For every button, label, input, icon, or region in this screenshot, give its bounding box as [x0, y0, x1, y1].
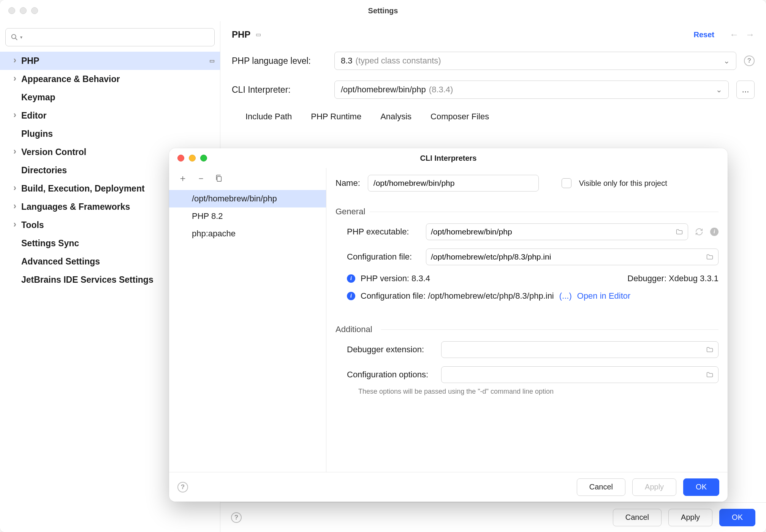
- interpreter-item[interactable]: PHP 8.2: [169, 207, 326, 225]
- exe-label: PHP executable:: [336, 227, 419, 237]
- dialog-title: CLI Interpreters: [169, 154, 728, 163]
- edit-icon[interactable]: [706, 371, 714, 378]
- apply-button[interactable]: Apply: [668, 509, 712, 526]
- sidebar-item-php[interactable]: ›PHP▭: [0, 52, 220, 70]
- cli-interpreters-dialog: CLI Interpreters ＋ － /opt/homebrew/bin/p…: [169, 148, 728, 502]
- tab-analysis[interactable]: Analysis: [380, 112, 411, 122]
- chevron-right-icon: ›: [11, 219, 18, 230]
- sidebar-item-label: Plugins: [21, 129, 220, 139]
- info-icon[interactable]: i: [710, 228, 719, 236]
- titlebar: Settings: [0, 0, 766, 21]
- sidebar-item-keymap[interactable]: ›Keymap: [0, 88, 220, 106]
- separator-icon: ▭: [256, 31, 261, 38]
- info-icon: i: [347, 292, 355, 300]
- name-label: Name:: [336, 178, 360, 188]
- conf-label: Configuration file:: [336, 252, 419, 262]
- interpreter-detail-panel: Name: Visible only for this project Gene…: [326, 168, 728, 472]
- chevron-right-icon: ›: [11, 146, 18, 157]
- search-input[interactable]: ▾: [5, 28, 215, 46]
- search-icon: [10, 33, 19, 41]
- additional-section: Additional: [336, 325, 719, 334]
- chevron-down-icon: ⌄: [716, 85, 722, 94]
- name-input[interactable]: [368, 175, 539, 192]
- dialog-footer: ? Cancel Apply OK: [169, 472, 728, 502]
- folder-icon[interactable]: [676, 228, 683, 236]
- reset-link[interactable]: Reset: [694, 30, 714, 39]
- ok-button[interactable]: OK: [683, 478, 719, 496]
- sidebar-item-plugins[interactable]: ›Plugins: [0, 125, 220, 143]
- lang-level-select[interactable]: 8.3 (typed class constants) ⌄: [334, 52, 736, 70]
- conf-opts-input[interactable]: [441, 366, 719, 383]
- sidebar-item-label: PHP: [21, 56, 206, 66]
- chevron-right-icon: ›: [11, 110, 18, 120]
- help-icon[interactable]: ?: [231, 512, 242, 523]
- open-in-editor-link[interactable]: Open in Editor: [577, 291, 631, 301]
- interpreter-item[interactable]: /opt/homebrew/bin/php: [169, 190, 326, 207]
- lang-level-label: PHP language level:: [232, 56, 327, 66]
- interpreter-list-panel: ＋ － /opt/homebrew/bin/phpPHP 8.2php:apac…: [169, 168, 326, 472]
- dialog-titlebar: CLI Interpreters: [169, 148, 728, 168]
- php-version-text: PHP version: 8.3.4: [361, 274, 430, 283]
- tab-php-runtime[interactable]: PHP Runtime: [311, 112, 361, 122]
- form-area: PHP language level: 8.3 (typed class con…: [220, 48, 766, 122]
- chevron-right-icon: ›: [11, 73, 18, 84]
- sidebar-item-label: Appearance & Behavior: [21, 74, 220, 84]
- nav-arrows: ← →: [730, 29, 755, 40]
- search-caret-icon: ▾: [20, 35, 22, 40]
- svg-rect-2: [217, 176, 221, 181]
- conf-opts-label: Configuration options:: [336, 370, 434, 380]
- chevron-down-icon: ⌄: [723, 56, 730, 65]
- conf-input[interactable]: [426, 249, 719, 265]
- general-section: General: [336, 207, 719, 217]
- remove-icon[interactable]: －: [196, 172, 206, 184]
- interpreter-list: /opt/homebrew/bin/phpPHP 8.2php:apache: [169, 188, 326, 242]
- tab-include-path[interactable]: Include Path: [245, 112, 292, 122]
- debugger-text: Debugger: Xdebug 3.3.1: [627, 274, 719, 283]
- folder-icon[interactable]: [706, 253, 714, 261]
- dbg-ext-label: Debugger extension:: [336, 345, 434, 355]
- copy-icon[interactable]: [215, 174, 223, 182]
- tab-composer-files[interactable]: Composer Files: [430, 112, 489, 122]
- reload-icon[interactable]: [695, 228, 703, 236]
- exe-input[interactable]: [426, 223, 688, 240]
- info-icon: i: [347, 274, 355, 283]
- add-icon[interactable]: ＋: [178, 172, 187, 184]
- ok-button[interactable]: OK: [719, 509, 755, 526]
- conf-opts-hint: These options will be passed using the "…: [336, 388, 719, 396]
- apply-button[interactable]: Apply: [632, 478, 676, 496]
- sidebar-item-appearance-behavior[interactable]: ›Appearance & Behavior: [0, 70, 220, 88]
- conf-file-text: Configuration file: /opt/homebrew/etc/ph…: [361, 291, 554, 301]
- settings-footer: ? Cancel Apply OK: [220, 502, 766, 532]
- cancel-button[interactable]: Cancel: [577, 478, 625, 496]
- dbg-ext-input[interactable]: [441, 341, 719, 358]
- sidebar-item-editor[interactable]: ›Editor: [0, 106, 220, 125]
- collapse-icon: ▭: [209, 57, 215, 64]
- ellipsis-icon: …: [742, 86, 749, 94]
- settings-window: Settings ▾ ›PHP▭›Appearance & Behavior›K…: [0, 0, 766, 532]
- chevron-right-icon: ›: [11, 201, 18, 211]
- cli-label: CLI Interpreter:: [232, 85, 327, 95]
- tabs: Include PathPHP RuntimeAnalysisComposer …: [232, 109, 755, 122]
- help-icon[interactable]: ?: [744, 55, 755, 66]
- svg-point-0: [12, 35, 16, 39]
- visible-project-label: Visible only for this project: [579, 179, 667, 188]
- forward-arrow-icon[interactable]: →: [745, 29, 755, 40]
- page-title: PHP: [232, 29, 250, 40]
- main-header: PHP ▭ Reset ← →: [220, 21, 766, 48]
- sidebar-item-label: Editor: [21, 111, 220, 121]
- folder-icon[interactable]: [706, 346, 714, 353]
- interpreter-item[interactable]: php:apache: [169, 225, 326, 242]
- svg-line-1: [16, 38, 17, 40]
- ellipsis-link[interactable]: (...): [559, 291, 572, 301]
- chevron-right-icon: ›: [11, 55, 18, 65]
- back-arrow-icon[interactable]: ←: [730, 29, 739, 40]
- sidebar-item-label: Keymap: [21, 92, 220, 103]
- cancel-button[interactable]: Cancel: [613, 509, 662, 526]
- visible-project-checkbox[interactable]: [562, 178, 571, 188]
- list-toolbar: ＋ －: [169, 168, 326, 188]
- window-title: Settings: [0, 6, 766, 15]
- help-icon[interactable]: ?: [177, 482, 188, 492]
- chevron-right-icon: ›: [11, 183, 18, 193]
- cli-browse-button[interactable]: …: [736, 81, 755, 99]
- cli-select[interactable]: /opt/homebrew/bin/php (8.3.4) ⌄: [334, 81, 729, 99]
